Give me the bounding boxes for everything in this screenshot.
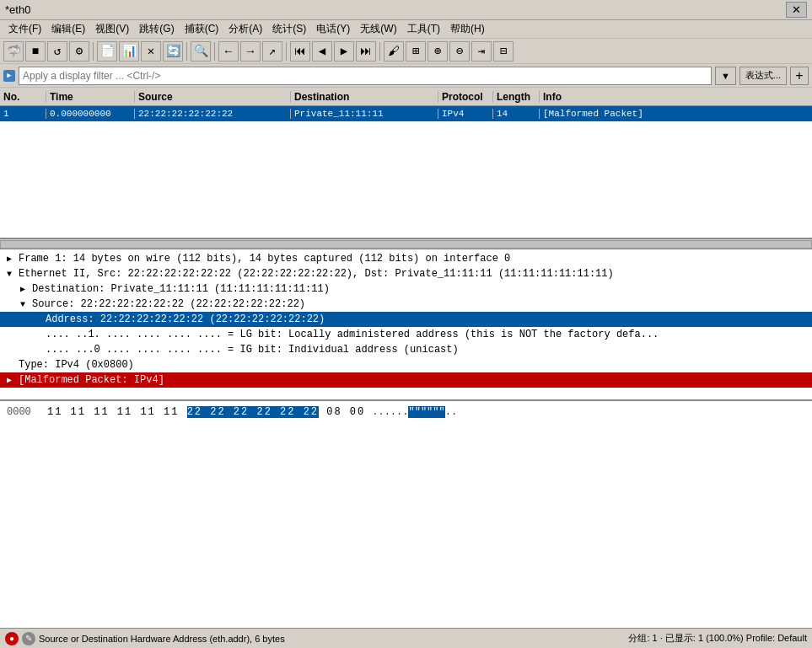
detail-text: Destination: Private_11:11:11 (11:11:11:… (32, 283, 330, 295)
menu-item-v[interactable]: 视图(V) (90, 20, 134, 38)
menu-item-w[interactable]: 无线(W) (355, 20, 401, 38)
packet-cell: Private_11:11:11 (291, 109, 438, 119)
expression-button[interactable]: 表达式... (739, 67, 787, 85)
filter-icon: ▶ (3, 70, 15, 82)
search-toolbar-btn[interactable]: 🔍 (191, 41, 211, 62)
detail-text: Address: 22:22:22:22:22:22 (22:22:22:22:… (46, 313, 325, 325)
expand-toolbar-btn[interactable]: ⊕ (428, 41, 448, 62)
menu-item-h[interactable]: 帮助(H) (445, 20, 490, 38)
col-header-source: Source (135, 91, 291, 103)
menu-item-e[interactable]: 编辑(E) (46, 20, 90, 38)
detail-text: .... ..1. .... .... .... .... = LG bit: … (46, 329, 659, 340)
menu-item-a[interactable]: 分析(A) (223, 20, 267, 38)
menu-item-g[interactable]: 跳转(G) (134, 20, 179, 38)
detail-text: .... ...0 .... .... .... .... = IG bit: … (46, 344, 459, 356)
hex-highlighted: 22 22 22 22 22 22 (187, 406, 319, 418)
stop-toolbar-btn[interactable]: ■ (25, 41, 46, 62)
menu-item-s[interactable]: 统计(S) (267, 20, 311, 38)
prev-packet-toolbar-btn[interactable]: ◀ (312, 41, 332, 62)
packet-list: No. Time Source Destination Protocol Len… (0, 88, 812, 239)
save-toolbar-btn[interactable]: 📊 (119, 41, 139, 62)
table-row[interactable]: 10.00000000022:22:22:22:22:22Private_11:… (0, 106, 812, 121)
menu-item-y[interactable]: 电话(Y) (311, 20, 355, 38)
detail-row[interactable]: ▶Frame 1: 14 bytes on wire (112 bits), 1… (0, 251, 812, 266)
packet-cell: [Malformed Packet] (540, 109, 812, 119)
toolbar-separator (186, 42, 187, 61)
detail-row[interactable]: Type: IPv4 (0x0800) (0, 357, 812, 372)
detail-text: Frame 1: 14 bytes on wire (112 bits), 14… (19, 253, 510, 265)
detail-row[interactable]: ▼Ethernet II, Src: 22:22:22:22:22:22 (22… (0, 266, 812, 281)
status-right: 分组: 1 · 已显示: 1 (100.0%) Profile: Default (628, 632, 807, 645)
ref-toolbar-btn[interactable]: ⊟ (493, 41, 514, 62)
jump-toolbar-btn[interactable]: ⇥ (471, 41, 492, 62)
hex-pane: 000011 11 11 11 11 11 22 22 22 22 22 22 … (0, 401, 812, 628)
detail-row[interactable]: ▶Destination: Private_11:11:11 (11:11:11… (0, 281, 812, 297)
detail-row[interactable]: .... ..1. .... .... .... .... = LG bit: … (0, 327, 812, 342)
stats-text: 分组: 1 · 已显示: 1 (100.0%) Profile: Default (628, 632, 807, 645)
edit-icon[interactable]: ✎ (22, 632, 35, 645)
hex-offset: 0000 (7, 406, 40, 418)
toolbar-separator (286, 42, 287, 61)
restart-toolbar-btn[interactable]: ↺ (47, 41, 67, 62)
hscroll-inner (0, 240, 812, 249)
statusbar: ● ✎ Source or Destination Hardware Addre… (0, 628, 812, 648)
color-toolbar-btn[interactable]: 🖌 (384, 41, 404, 62)
col-header-time: Time (46, 91, 135, 103)
col-header-no: No. (0, 91, 46, 103)
menu-item-f[interactable]: 文件(F) (3, 20, 46, 38)
detail-text: Source: 22:22:22:22:22:22 (22:22:22:22:2… (32, 298, 305, 310)
titlebar-title: *eth0 (5, 3, 30, 16)
expand-icon[interactable]: ▶ (7, 254, 15, 264)
close-button[interactable]: ✕ (786, 2, 807, 18)
detail-row[interactable]: Address: 22:22:22:22:22:22 (22:22:22:22:… (0, 312, 812, 327)
filter-input[interactable] (19, 67, 712, 85)
toolbar: 🦈■↺⚙📄📊✕🔄🔍←→↗⏮◀▶⏭🖌⊞⊕⊖⇥⊟ (0, 39, 812, 64)
menu-item-c[interactable]: 捕获(C) (180, 20, 224, 38)
expand-icon[interactable]: ▼ (20, 300, 29, 309)
hex-row: 000011 11 11 11 11 11 22 22 22 22 22 22 … (7, 404, 805, 420)
first-packet-toolbar-btn[interactable]: ⏮ (290, 41, 310, 62)
toolbar-separator (93, 42, 94, 61)
packet-hscroll[interactable] (0, 239, 812, 249)
next-packet-toolbar-btn[interactable]: ▶ (334, 41, 354, 62)
detail-row[interactable]: ▼Source: 22:22:22:22:22:22 (22:22:22:22:… (0, 297, 812, 312)
detail-pane: ▶Frame 1: 14 bytes on wire (112 bits), 1… (0, 249, 812, 401)
zoom-toolbar-btn[interactable]: ⊞ (406, 41, 426, 62)
packet-rows-container: 10.00000000022:22:22:22:22:22Private_11:… (0, 106, 812, 121)
detail-text: [Malformed Packet: IPv4] (19, 374, 164, 386)
packet-cell: 22:22:22:22:22:22 (135, 109, 291, 119)
close-file-toolbar-btn[interactable]: ✕ (141, 41, 161, 62)
expand-icon[interactable]: ▼ (7, 270, 15, 279)
ascii-highlighted: """""" (408, 406, 444, 418)
filter-dropdown-button[interactable]: ▼ (715, 67, 736, 85)
expand-icon[interactable]: ▶ (7, 375, 15, 385)
back-toolbar-btn[interactable]: ← (218, 41, 239, 62)
shark-toolbar-btn[interactable]: 🦈 (3, 41, 24, 62)
last-packet-toolbar-btn[interactable]: ⏭ (356, 41, 376, 62)
reload-toolbar-btn[interactable]: 🔄 (163, 41, 183, 62)
ascii-after: .. (445, 406, 457, 418)
detail-row[interactable]: .... ...0 .... .... .... .... = IG bit: … (0, 342, 812, 357)
titlebar: *eth0 ✕ (0, 0, 812, 20)
packet-cell: IPv4 (438, 109, 493, 119)
go-toolbar-btn[interactable]: ↗ (262, 41, 282, 62)
forward-toolbar-btn[interactable]: → (240, 41, 261, 62)
add-filter-button[interactable]: + (790, 67, 809, 85)
col-header-info: Info (540, 91, 812, 103)
hex-ascii: ......"""""".. (372, 406, 457, 418)
menu-item-t[interactable]: 工具(T) (402, 20, 445, 38)
open-toolbar-btn[interactable]: 📄 (97, 41, 117, 62)
packet-list-header: No. Time Source Destination Protocol Len… (0, 88, 812, 106)
detail-text: Type: IPv4 (0x0800) (19, 359, 134, 371)
expand-icon[interactable]: ▶ (20, 284, 29, 294)
col-header-destination: Destination (291, 91, 438, 103)
detail-text: Ethernet II, Src: 22:22:22:22:22:22 (22:… (19, 268, 614, 280)
record-icon[interactable]: ● (5, 632, 19, 645)
packet-cell: 1 (0, 109, 46, 119)
status-left: ● ✎ Source or Destination Hardware Addre… (5, 632, 285, 645)
settings-toolbar-btn[interactable]: ⚙ (69, 41, 89, 62)
toolbar-separator (214, 42, 215, 61)
hex-bytes: 11 11 11 11 11 11 22 22 22 22 22 22 08 0… (47, 406, 365, 418)
detail-row[interactable]: ▶[Malformed Packet: IPv4] (0, 372, 812, 388)
collapse-toolbar-btn[interactable]: ⊖ (449, 41, 470, 62)
